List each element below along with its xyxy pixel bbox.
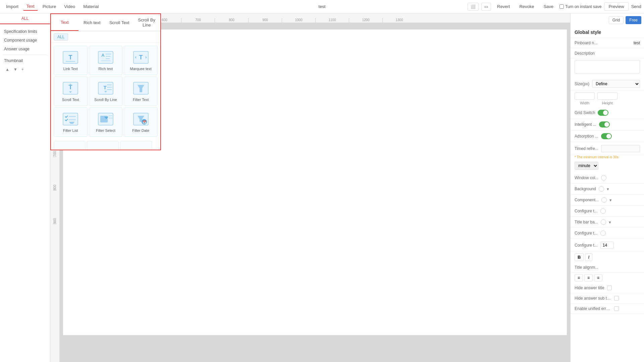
rs-configure-t2-row: Configure t...: [571, 228, 644, 239]
configure-t2-label: Configure t...: [575, 231, 598, 236]
hide-answer-sub-title-checkbox[interactable]: [614, 296, 619, 301]
svg-text:T: T: [103, 85, 106, 90]
grid-switch-toggle[interactable]: [598, 110, 608, 116]
rich-text-icon: A: [97, 50, 114, 65]
size-select[interactable]: Define: [592, 80, 640, 88]
component-label: Component...: [575, 198, 599, 202]
minute-select[interactable]: minute: [575, 162, 598, 170]
instant-save-checkbox[interactable]: [559, 4, 564, 9]
adsorption-toggle[interactable]: [601, 133, 612, 139]
desktop-icon: ⬜: [471, 4, 476, 9]
title-bar-chevron-icon[interactable]: ▾: [609, 220, 611, 225]
window-col-picker[interactable]: [601, 175, 606, 180]
width-input[interactable]: [575, 92, 595, 100]
mobile-view-button[interactable]: ▭: [481, 3, 491, 11]
scroll-text-icon: T: [62, 81, 79, 96]
desktop-view-button[interactable]: ⬜: [468, 3, 479, 11]
configure-t1-label: Configure t...: [575, 209, 598, 213]
comp-item-marquee-text[interactable]: T Marquee text: [124, 46, 158, 75]
intelligent-toggle[interactable]: [599, 121, 610, 127]
comp-item-rich-text[interactable]: A Rich text: [89, 46, 123, 75]
marquee-text-icon: T: [132, 50, 149, 65]
sidebar-item-spec-limits[interactable]: Specification limits: [3, 27, 47, 36]
title-bar-picker[interactable]: [601, 219, 606, 225]
configure-t2-picker[interactable]: [600, 230, 606, 236]
title-bar-label: Title bar ba...: [575, 220, 598, 224]
background-picker[interactable]: [599, 186, 604, 192]
min-interval-hint: * The minimum interval is 30s: [571, 155, 644, 160]
comp-item-filter-date[interactable]: 📅 Filter Date: [124, 107, 158, 137]
preview-button[interactable]: Preview: [604, 2, 628, 11]
description-input[interactable]: [575, 60, 640, 73]
pinboard-name-value: test: [600, 41, 640, 45]
comp-item-filter-text-label: Filter Text: [133, 98, 149, 102]
comp-filter-all-button[interactable]: ALL: [54, 33, 68, 41]
timed-refresh-input[interactable]: [601, 145, 640, 152]
comp-grid: T Link Text A: [51, 43, 160, 140]
sidebar-item-component-usage[interactable]: Component usage: [3, 36, 47, 45]
hide-answer-title-checkbox[interactable]: [607, 286, 612, 290]
align-center-button[interactable]: ≡: [584, 274, 593, 281]
instant-save-container: Turn on instant save: [559, 4, 601, 9]
background-chevron-icon[interactable]: ▾: [607, 187, 609, 192]
arrow-add-button[interactable]: +: [20, 66, 25, 72]
toolbar: Import Text Picture Video Material test …: [0, 0, 644, 13]
comp-item-link-text[interactable]: T Link Text: [54, 46, 88, 75]
rs-tab-free[interactable]: Free: [626, 16, 641, 24]
configure-t3-input[interactable]: [600, 242, 614, 249]
send-button[interactable]: Send: [631, 4, 641, 9]
component-picker[interactable]: [601, 197, 607, 203]
revoke-button[interactable]: Revoke: [516, 3, 537, 10]
comp-tab-scroll-text[interactable]: Scroll Text: [106, 14, 133, 31]
align-left-button[interactable]: ≡: [575, 274, 583, 281]
svg-text:📅: 📅: [142, 120, 146, 124]
rs-size-labels: Width Height: [571, 101, 644, 107]
material-tab-button[interactable]: Material: [80, 3, 102, 10]
description-label: Description: [575, 51, 595, 56]
component-chevron-icon[interactable]: ▾: [609, 198, 612, 203]
pinboard-name-label: Pinboard n...: [575, 41, 597, 45]
comp-tab-text[interactable]: Text: [51, 14, 78, 31]
filter-text-icon: [132, 81, 149, 96]
rs-title-bar-row: Title bar ba... ▾: [571, 217, 644, 228]
comp-item-filter-text[interactable]: Filter Text: [124, 76, 158, 106]
main-layout: ALL Specification limits Component usage…: [0, 13, 644, 362]
ruler-mark-900: 900: [248, 18, 282, 22]
comp-item-filter-select[interactable]: Filter Select: [89, 107, 123, 137]
arrow-down-button[interactable]: ▼: [12, 66, 19, 72]
bold-button[interactable]: B: [575, 253, 584, 261]
comp-tab-scroll-by-line[interactable]: Scroll By Line: [133, 14, 161, 31]
rs-hide-answer-title-row: Hide answer title: [571, 283, 644, 293]
height-input[interactable]: [597, 92, 618, 100]
comp-tab-rich-text[interactable]: Rich text: [78, 14, 106, 31]
rs-enable-unified-row: Enable unified error management: [571, 304, 644, 314]
revert-button[interactable]: Revert: [494, 3, 513, 10]
italic-button[interactable]: I: [585, 253, 592, 261]
rs-size-row-label: Size(px) Define: [571, 77, 644, 91]
configure-t1-picker[interactable]: [600, 208, 606, 214]
rs-timed-refresh-row: Timed refre...: [571, 142, 644, 155]
arrow-up-button[interactable]: ▲: [4, 66, 11, 72]
comp-tab-rich-text-label: Rich text: [84, 20, 101, 25]
align-right-button[interactable]: ≡: [594, 274, 602, 281]
text-tab-button[interactable]: Text: [23, 2, 38, 11]
enable-unified-checkbox[interactable]: [614, 306, 619, 311]
rs-format-row: B I: [571, 252, 644, 262]
adsorption-label: Adsorption ...: [575, 134, 598, 139]
rs-tab-grid[interactable]: Grid: [609, 16, 624, 24]
comp-item-filter-list[interactable]: Filter List: [54, 107, 88, 137]
thumbnail-label: Thumbnail: [3, 56, 47, 65]
save-button[interactable]: Save: [540, 3, 557, 10]
video-tab-button[interactable]: Video: [61, 3, 78, 10]
comp-item-scroll-text[interactable]: T Scroll Text: [54, 76, 88, 106]
comp-item-scroll-by-line[interactable]: T Scroll By Line: [89, 76, 123, 106]
picture-tab-button[interactable]: Picture: [39, 3, 59, 10]
sidebar-item-answer-usage[interactable]: Answer usage: [3, 45, 47, 53]
ruler-mark-1300: 1300: [382, 18, 416, 22]
sidebar-tab-all[interactable]: ALL: [0, 13, 50, 24]
import-button[interactable]: Import: [3, 3, 22, 10]
global-style-title: Global style: [571, 27, 644, 38]
ruler-mark-1100: 1100: [315, 18, 349, 22]
background-label: Background: [575, 187, 596, 191]
width-label: Width: [575, 101, 595, 105]
